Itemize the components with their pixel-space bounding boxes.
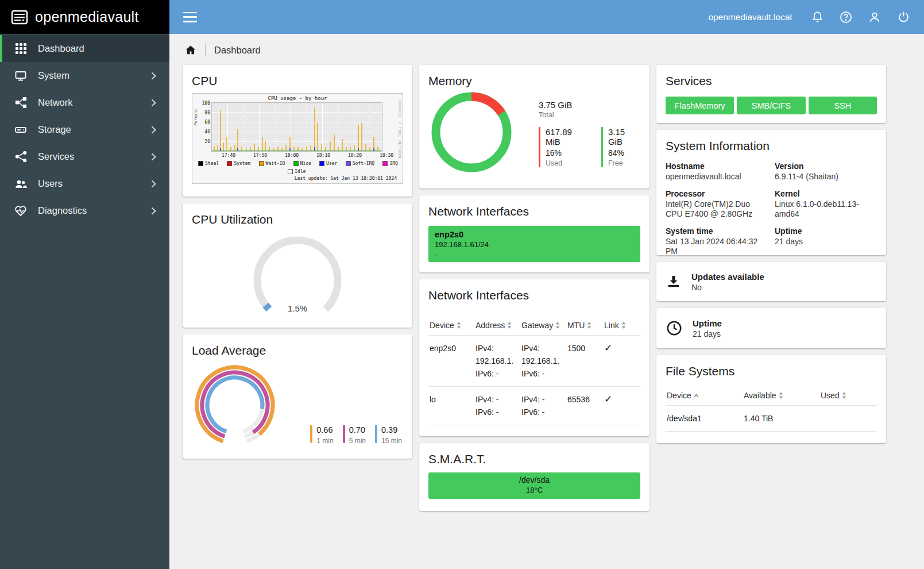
address-ipv4: IPv4: 192.168.1. bbox=[475, 342, 521, 367]
column-header-label: Device bbox=[430, 321, 454, 330]
column-3: Services FlashMemory SMB/CIFS SSH System… bbox=[656, 65, 886, 443]
column-header-device[interactable]: Device bbox=[430, 321, 475, 330]
table-header-row: Device Available Used bbox=[666, 385, 877, 406]
logo[interactable]: openmediavault bbox=[0, 0, 169, 34]
legend-item: User bbox=[319, 161, 337, 166]
sidebar-item-storage[interactable]: Storage bbox=[0, 116, 169, 143]
sidebar-item-network[interactable]: Network bbox=[0, 89, 169, 116]
topbar: openmediavault.local bbox=[169, 0, 924, 34]
sidebar-item-system[interactable]: System bbox=[0, 62, 169, 89]
uptime-value: 21 days bbox=[693, 329, 722, 339]
sysinfo-field: Hostnameopenmediavault.local bbox=[666, 162, 768, 182]
rrd-xtick: 18:00 bbox=[282, 153, 301, 158]
menu-toggle-button[interactable] bbox=[183, 11, 198, 23]
load-average-legend: 0.661 min 0.705 min 0.3915 min bbox=[310, 425, 403, 448]
memory-stats: 3.75 GiB Total 617.89 MiB 16% Used bbox=[539, 100, 640, 167]
load-bar-15min bbox=[375, 425, 377, 443]
memory-free-label: Free bbox=[608, 159, 640, 167]
sidebar-item-diagnostics[interactable]: Diagnostics bbox=[0, 197, 169, 224]
column-header-used[interactable]: Used bbox=[821, 391, 878, 400]
home-icon[interactable] bbox=[184, 44, 197, 56]
cell-gateway: IPv4: -IPv6: - bbox=[521, 393, 567, 418]
help-icon bbox=[839, 10, 853, 24]
smart-device-temp: 18°C bbox=[428, 486, 640, 494]
file-systems-widget: File Systems Device Available Used /dev/… bbox=[656, 355, 886, 443]
sysinfo-field: KernelLinux 6.1.0-0.deb11.13-amd64 bbox=[775, 189, 877, 219]
column-header-label: Gateway bbox=[521, 321, 553, 330]
widget-title: Network Interfaces bbox=[428, 289, 640, 302]
load-average-gauge bbox=[192, 362, 278, 448]
service-badge-flashmemory: FlashMemory bbox=[666, 97, 734, 114]
legend-item: Idle bbox=[288, 169, 306, 174]
legend-item: IRQ bbox=[382, 161, 397, 166]
dashboard-icon bbox=[14, 42, 28, 56]
memory-free-percent: 84% bbox=[608, 148, 640, 157]
memory-free-value: 3.15 GiB bbox=[608, 127, 640, 147]
sidebar-item-services[interactable]: Services bbox=[0, 143, 169, 170]
breadcrumb-divider bbox=[205, 44, 206, 56]
rrd-xtick: 18:10 bbox=[314, 153, 333, 158]
widget-title: S.M.A.R.T. bbox=[428, 452, 640, 466]
cell-mtu: 1500 bbox=[567, 342, 604, 355]
column-header-gateway[interactable]: Gateway bbox=[521, 321, 567, 330]
cell-mtu: 65536 bbox=[567, 393, 604, 406]
legend-label: Soft-IRQ bbox=[353, 161, 375, 166]
link-check-icon: ✓ bbox=[604, 342, 632, 355]
system-information-grid: Hostnameopenmediavault.local Version6.9.… bbox=[666, 162, 877, 255]
field-value: Sat 13 Jan 2024 06:44:32 PM bbox=[666, 237, 768, 255]
load-label: 1 min bbox=[316, 437, 333, 445]
column-header-label: Device bbox=[667, 391, 691, 400]
sidebar-item-users[interactable]: Users bbox=[0, 170, 169, 197]
widget-title: System Information bbox=[666, 139, 877, 153]
main-content: Dashboard CPU CPU usage - by hour RRDTOO… bbox=[169, 34, 924, 569]
address-ipv4: IPv4: - bbox=[475, 393, 521, 406]
help-button[interactable] bbox=[838, 9, 854, 25]
column-header-link[interactable]: Link bbox=[604, 321, 632, 330]
memory-donut-chart bbox=[428, 89, 515, 175]
uptime-widget: Uptime 21 days bbox=[656, 308, 886, 348]
power-button[interactable] bbox=[895, 9, 911, 25]
field-value: Intel(R) Core(TM)2 Duo CPU E7400 @ 2.80G… bbox=[666, 199, 768, 219]
notifications-button[interactable] bbox=[809, 9, 825, 25]
smart-device-tile: /dev/sda 18°C bbox=[428, 472, 640, 499]
column-header-mtu[interactable]: MTU bbox=[567, 321, 604, 330]
users-icon bbox=[14, 177, 28, 191]
sidebar-item-dashboard[interactable]: Dashboard bbox=[0, 35, 169, 62]
sort-icon bbox=[507, 322, 512, 329]
app-root: openmediavault Dashboard System bbox=[0, 0, 924, 569]
breadcrumb-page: Dashboard bbox=[214, 45, 261, 56]
legend-label: Idle bbox=[295, 169, 306, 174]
field-label: Hostname bbox=[666, 162, 768, 171]
sidebar: openmediavault Dashboard System bbox=[0, 0, 169, 569]
memory-used: 617.89 MiB 16% Used bbox=[539, 127, 587, 167]
sidebar-menu: Dashboard System Network bbox=[0, 34, 169, 224]
rrd-graph-title: CPU usage - by hour bbox=[192, 95, 403, 101]
sidebar-item-label: System bbox=[38, 70, 141, 81]
chevron-right-icon bbox=[151, 180, 158, 187]
service-badge-ssh: SSH bbox=[809, 97, 877, 114]
network-icon bbox=[14, 96, 28, 110]
column-header-address[interactable]: Address bbox=[475, 321, 521, 330]
cell-address: IPv4: -IPv6: - bbox=[475, 393, 521, 418]
column-header-label: Used bbox=[821, 391, 840, 400]
column-header-device[interactable]: Device bbox=[667, 391, 744, 400]
load-label: 5 min bbox=[349, 437, 366, 445]
sidebar-item-label: Diagnostics bbox=[38, 205, 141, 216]
gateway-ipv4: IPv4: 192.168.1. bbox=[521, 342, 567, 367]
field-value: Linux 6.1.0-0.deb11.13-amd64 bbox=[775, 199, 877, 219]
column-header-available[interactable]: Available bbox=[744, 391, 821, 400]
column-header-label: Link bbox=[604, 321, 619, 330]
sysinfo-field: ProcessorIntel(R) Core(TM)2 Duo CPU E740… bbox=[666, 189, 768, 219]
system-information-widget: System Information Hostnameopenmediavaul… bbox=[656, 130, 886, 255]
chevron-right-icon bbox=[151, 153, 158, 160]
sidebar-item-label: Network bbox=[38, 97, 141, 108]
smart-widget: S.M.A.R.T. /dev/sda 18°C bbox=[419, 443, 649, 511]
user-button[interactable] bbox=[867, 9, 883, 25]
load-bar-5min bbox=[343, 425, 345, 443]
rrd-ytick: 20 bbox=[197, 139, 210, 144]
rrd-xtick: 17:40 bbox=[219, 153, 238, 158]
load-value: 0.66 bbox=[316, 425, 333, 435]
download-icon bbox=[666, 274, 682, 290]
interface-name: enp2s0 bbox=[435, 230, 634, 239]
sort-icon bbox=[555, 322, 560, 329]
